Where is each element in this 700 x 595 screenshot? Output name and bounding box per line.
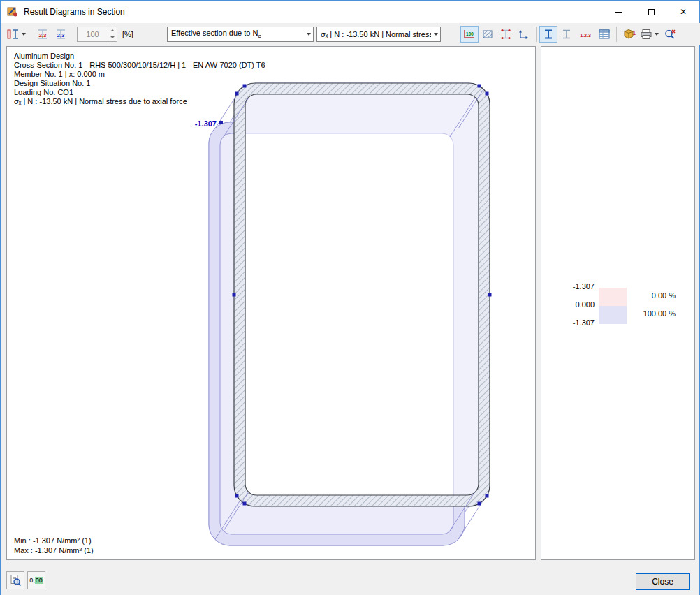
maximize-icon [648,9,655,15]
section-drawing: -1.307 [7,47,535,559]
local-axes-icon [518,29,530,40]
legend-swatch-bottom [599,306,627,324]
show-hatching-button[interactable] [479,26,497,43]
print-preview-icon [9,574,22,587]
result-table-button[interactable] [595,26,613,43]
spin-up-button[interactable] [108,27,117,34]
legend-percent-bottom: 100.00 % [643,309,676,319]
info-line: σₓ | N : -13.50 kN | Normal stress due t… [14,97,265,106]
info-line: Design Situation No. 1 [14,79,265,88]
toolbar: 2,3 2,3 100 [%] Effective section due to… [1,23,700,45]
svg-text:2,3: 2,3 [38,31,47,38]
full-cross-section-button[interactable] [539,26,557,43]
titlebar: Result Diagrams in Section ✕ [1,1,699,23]
result-type-select[interactable]: σₓ | N : -13.50 kN | Normal stress (... [316,27,441,42]
result-info-block: Aluminum Design Cross-Section No. 1 - RH… [14,52,265,106]
effective-cross-section-icon [560,29,573,40]
svg-text:2,3: 2,3 [57,31,65,38]
minmax-block: Min : -1.307 N/mm² (1) Max : -1.307 N/mm… [14,536,94,555]
close-button[interactable]: Close [636,573,690,590]
max-value-label: Max : -1.307 N/mm² (1) [14,545,94,555]
effective-section-select[interactable]: Effective section due to Nc [167,27,314,42]
chevron-down-icon [434,33,438,36]
spinner-arrows [108,27,117,41]
stress-points-blue-button[interactable]: 2,3 [52,26,70,43]
window-controls: ✕ [603,1,699,23]
spin-down-button[interactable] [108,34,117,41]
stress-point-labels-icon [500,29,512,40]
footer: 0,00 Close [1,560,699,595]
hatching-icon [481,29,494,40]
stress-points-red-icon: 2,3 [36,29,49,40]
show-values-icon: 100 [462,29,476,40]
info-line: Member No. 1 | x: 0.000 m [14,70,265,79]
stress-value-label: -1.307 [195,119,217,128]
legend-value-mid: 0.000 [562,300,595,310]
legend-swatch-top [599,288,627,306]
decimal-places-icon: 0,00 [29,577,43,584]
print-preview-button[interactable] [6,571,24,589]
numbering-button[interactable]: 1.2.3 [576,26,595,43]
result-diagrams-window: Result Diagrams in Section ✕ 2,3 2,3 [0,0,700,595]
numbering-icon: 1.2.3 [578,29,593,40]
stress-points-red-button[interactable]: 2,3 [34,26,52,43]
magnifier-red-x-icon [664,29,676,40]
view-settings-button[interactable] [661,26,679,43]
table-icon [598,29,611,40]
print-button[interactable] [638,26,661,43]
min-value-label: Min : -1.307 N/mm² (1) [14,536,94,545]
stress-points-blue-icon: 2,3 [54,29,67,40]
stress-legend: -1.307 0.000 -1.307 0.00 % 100.00 % [562,283,681,333]
full-cross-section-icon [542,29,555,40]
svg-text:100: 100 [466,31,474,36]
decimal-places-button[interactable]: 0,00 [27,571,45,589]
render-section-button[interactable]: 1 [620,26,638,43]
toolbar-separator [536,27,537,42]
effective-section-select-sub: c [258,33,261,39]
result-type-select-label: σₓ | N : -13.50 kN | Normal stress (... [321,30,431,38]
effective-cross-section-button[interactable] [557,26,576,43]
toolbar-separator [616,27,617,42]
window-title: Result Diagrams in Section [24,7,125,17]
local-axes-button[interactable] [515,26,533,43]
close-icon: ✕ [680,8,687,16]
info-line: Loading No. CO1 [14,88,265,97]
spin-up-icon [110,29,115,31]
window-icon [7,6,18,17]
close-window-button[interactable]: ✕ [667,1,699,23]
show-values-button[interactable]: 100 [460,26,479,43]
percent-label: [%] [122,30,133,38]
render-section-icon: 1 [622,28,636,41]
info-line: Aluminum Design [14,52,265,61]
maximize-button[interactable] [635,1,667,23]
diagram-type-icon [7,29,20,40]
effective-section-select-label: Effective section due to N [171,29,258,37]
scale-spinner[interactable]: 100 [77,27,117,42]
scale-value[interactable]: 100 [78,27,108,41]
chevron-down-icon [307,33,311,36]
minimize-icon [615,12,622,13]
legend-percent-top: 0.00 % [652,291,676,301]
minimize-button[interactable] [603,1,635,23]
svg-text:1: 1 [632,30,636,36]
diagram-type-button[interactable] [5,26,28,43]
legend-value-min: -1.307 [562,318,595,328]
stress-point-labels-button[interactable] [497,26,515,43]
section-canvas[interactable]: -1.307 Aluminum Design Cross-Section No.… [6,46,536,560]
section-interior [220,94,479,534]
dropdown-caret-icon [22,33,26,36]
printer-icon [640,29,652,40]
svg-text:1.2.3: 1.2.3 [580,32,591,37]
legend-panel: -1.307 0.000 -1.307 0.00 % 100.00 % [541,46,695,560]
legend-value-max: -1.307 [562,282,595,292]
info-line: Cross-Section No. 1 - RHS 500/300/10/15/… [14,61,265,70]
dropdown-caret-icon [655,33,659,36]
spin-down-icon [110,36,115,38]
